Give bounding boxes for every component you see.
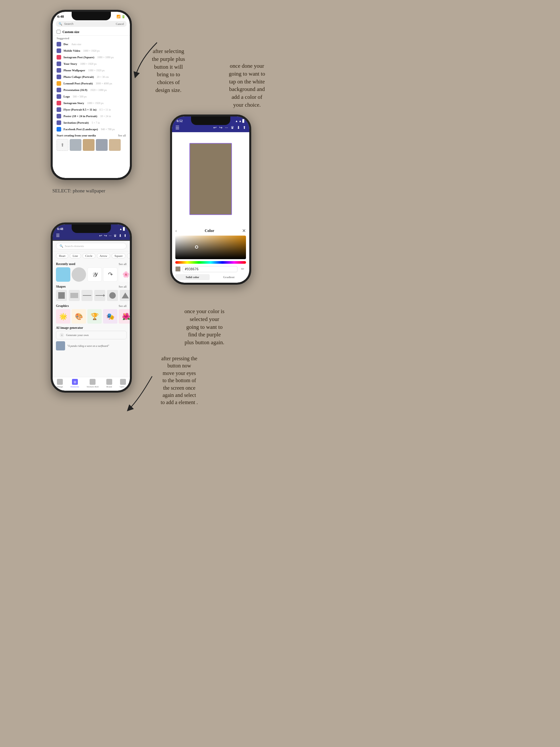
item-name: Instagram Story — [63, 101, 84, 105]
phone2-search-input[interactable]: 🔍 Search elements — [56, 243, 127, 249]
recently-used-see-all[interactable]: See all — [119, 262, 127, 266]
chip-circle[interactable]: Circle — [82, 253, 96, 258]
shapes-see-all[interactable]: See all — [119, 285, 127, 288]
item-size: 1080 × 1920 px — [83, 49, 100, 52]
list-item[interactable]: Mobile Video 1080 × 1920 px — [53, 47, 130, 54]
generate-label: Generate your own — [66, 333, 89, 337]
item-name: Invitation (Portrait) — [63, 121, 89, 124]
nav-brand[interactable]: Brand — [106, 379, 112, 388]
recent-thumb-3[interactable]: 𝒴 — [87, 267, 102, 282]
color-panel-title: Color — [205, 228, 214, 233]
phone2-search-row: 🔍 Search elements — [53, 241, 130, 252]
phone1-status-icons: 📶 🔋 — [116, 15, 125, 18]
media-thumb[interactable] — [70, 139, 81, 151]
design-rectangle[interactable] — [189, 143, 232, 215]
chip-arrow[interactable]: Arrow — [97, 253, 111, 258]
media-upload-btn[interactable]: ⬆ — [57, 139, 69, 151]
chip-rectangle[interactable]: Recta... — [127, 253, 130, 258]
solid-color-btn[interactable]: Solid color — [175, 274, 210, 280]
list-item[interactable]: Photo Collage (Portrait) 20 × 30 cm — [53, 74, 130, 80]
gradient-btn[interactable]: Gradient — [212, 274, 246, 280]
list-item[interactable]: Logo 500 × 500 px — [53, 93, 130, 100]
shape-line[interactable] — [81, 290, 92, 301]
phone1-search-input[interactable] — [64, 22, 114, 26]
color-gradient-picker[interactable] — [175, 236, 246, 259]
list-item[interactable]: Facebook Post (Landscape) 940 × 788 px — [53, 126, 130, 132]
list-item[interactable]: Doc Auto size — [53, 41, 130, 47]
download-icon[interactable]: ⬇ — [237, 125, 240, 130]
phone1-cancel-btn[interactable]: Cancel — [116, 22, 124, 26]
see-all-link[interactable]: See all — [118, 134, 126, 137]
phone2-share-icon[interactable]: ⬆ — [124, 234, 127, 238]
chip-square[interactable]: Square — [111, 253, 126, 258]
graphics-see-all[interactable]: See all — [119, 304, 127, 308]
item-name: Flyer (Portrait 8.5 × 11 in) — [63, 108, 97, 111]
rainbow-slider[interactable] — [175, 261, 246, 264]
graphic-4[interactable]: 🎭 — [103, 309, 117, 324]
nav-brand-label: Brand — [106, 385, 112, 388]
nav-stickers[interactable]: Stickers Roll — [87, 379, 99, 388]
flyer-icon — [57, 107, 61, 112]
color-swatch[interactable] — [175, 266, 181, 272]
phone1-custom-size[interactable]: Custom size — [53, 28, 130, 36]
crown-icon[interactable]: ♛ — [231, 125, 234, 130]
more-icon[interactable]: ··· — [225, 125, 228, 130]
close-icon[interactable]: ✕ — [242, 228, 246, 234]
list-item[interactable]: Poster (18 × 24 in Portrait) 18 × 24 in — [53, 113, 130, 120]
shape-circle[interactable] — [107, 290, 118, 301]
recent-thumb-2[interactable] — [72, 267, 86, 282]
generate-btn[interactable]: + Generate your own — [56, 331, 127, 339]
recent-thumb-1[interactable] — [56, 267, 70, 282]
media-thumb[interactable] — [96, 139, 108, 151]
list-item[interactable]: Your Story 1080 × 1920 px — [53, 60, 130, 67]
shape-triangle[interactable] — [120, 290, 130, 301]
back-chevron-icon[interactable]: ‹ — [175, 228, 177, 234]
graphic-2[interactable]: 🎨 — [72, 309, 86, 324]
phone2-download-icon[interactable]: ⬇ — [119, 234, 122, 238]
graphic-3[interactable]: 🏆 — [87, 309, 102, 324]
phone2-more-icon[interactable]: ··· — [109, 234, 111, 238]
shape-rect[interactable] — [69, 290, 80, 301]
redo-icon[interactable]: ↪ — [219, 125, 222, 130]
list-item[interactable]: Instagram Post (Square) 1080 × 1080 px — [53, 54, 130, 60]
list-item[interactable]: Lemon8 Post (Portrait) 3000 × 4000 px — [53, 80, 130, 87]
ai-example[interactable]: "A panda riding a wave on a surfboard" — [56, 340, 127, 352]
graphic-5[interactable]: 🌺 — [119, 309, 130, 324]
phone3-canvas[interactable] — [172, 132, 249, 226]
shape-arrow-line[interactable] — [94, 290, 105, 301]
phone2-undo-icon[interactable]: ↩ — [99, 234, 102, 238]
undo-icon[interactable]: ↩ — [213, 125, 217, 130]
item-size: 5 × 7 in — [91, 121, 100, 124]
phone2-crown-icon[interactable]: ♛ — [113, 234, 117, 238]
phone2-menu-icon[interactable]: ☰ — [56, 233, 60, 238]
chip-heart[interactable]: Heart — [56, 253, 69, 258]
hex-input[interactable] — [183, 266, 238, 272]
arrow4 — [119, 373, 159, 412]
nav-elements[interactable]: ⊞ Elements — [71, 379, 79, 388]
list-item[interactable]: Invitation (Portrait) 5 × 7 in — [53, 120, 130, 126]
shapes-label: Shapes — [56, 285, 66, 288]
recent-thumb-4[interactable]: ↷ — [103, 267, 117, 282]
media-thumb[interactable] — [83, 139, 95, 151]
shape-square[interactable] — [56, 290, 67, 301]
media-thumb[interactable] — [109, 139, 121, 151]
story-icon — [57, 61, 61, 66]
phone2-redo-icon[interactable]: ↪ — [104, 234, 107, 238]
share-icon[interactable]: ⬆ — [243, 125, 246, 130]
graphic-1[interactable]: 🌟 — [56, 309, 70, 324]
chip-line[interactable]: Line — [70, 253, 81, 258]
item-name: Logo — [63, 95, 70, 98]
plus-icon: + — [59, 333, 64, 337]
eyedropper-icon[interactable]: ✏ — [239, 266, 246, 272]
phone2-time: 6:48 — [57, 227, 63, 231]
list-item[interactable]: Instagram Story 1080 × 1920 px — [53, 100, 130, 106]
phone2-filter-chips: Heart Line Circle Arrow Square Recta... — [53, 252, 130, 260]
list-item[interactable]: Phone Wallpaper 1080 × 1920 px — [53, 67, 130, 74]
menu-icon[interactable]: ☰ — [175, 125, 180, 131]
list-item[interactable]: Presentation (16:9) 1920 × 1080 px — [53, 87, 130, 93]
item-size: 1080 × 1920 px — [87, 102, 104, 105]
nav-design[interactable]: Design — [57, 379, 63, 388]
recent-thumb-5[interactable]: 🌸 — [119, 267, 130, 282]
list-item[interactable]: Flyer (Portrait 8.5 × 11 in) 8.5 × 11 in — [53, 106, 130, 113]
phone1-search-bar[interactable]: 🔍 Cancel — [56, 21, 127, 27]
